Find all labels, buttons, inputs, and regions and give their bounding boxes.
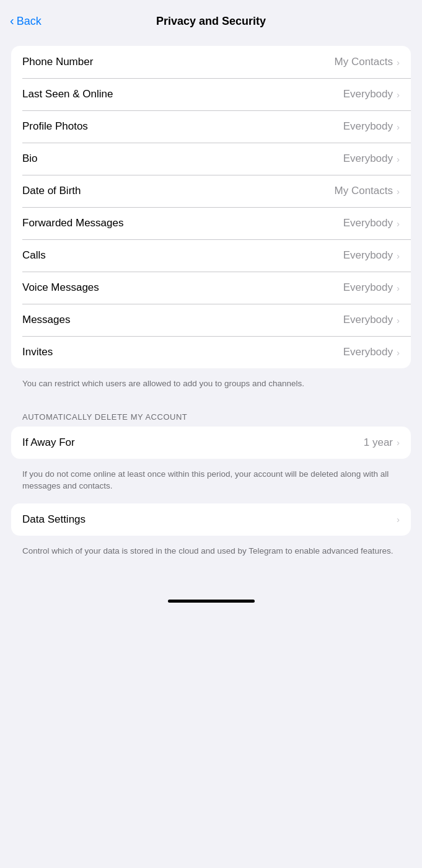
list-item-value-messages: Everybody (343, 314, 393, 326)
list-item-right-data-settings: › (397, 514, 400, 525)
list-item-right-calls: Everybody› (343, 249, 400, 262)
list-item-right-voice-messages: Everybody› (343, 281, 400, 294)
list-item-phone-number[interactable]: Phone NumberMy Contacts› (11, 46, 411, 78)
list-item-voice-messages[interactable]: Voice MessagesEverybody› (11, 272, 411, 304)
list-item-right-bio: Everybody› (343, 153, 400, 165)
list-item-label-date-of-birth: Date of Birth (22, 185, 81, 197)
list-item-label-profile-photos: Profile Photos (22, 120, 88, 133)
list-item-invites[interactable]: InvitesEverybody› (11, 336, 411, 368)
list-item-right-invites: Everybody› (343, 346, 400, 358)
list-item-label-messages: Messages (22, 314, 70, 326)
page-content: Phone NumberMy Contacts›Last Seen & Onli… (0, 40, 422, 593)
list-item-label-calls: Calls (22, 249, 46, 262)
auto-delete-section-card: If Away For1 year› (11, 427, 411, 459)
list-item-value-bio: Everybody (343, 153, 393, 165)
list-item-value-last-seen: Everybody (343, 88, 393, 100)
auto-delete-section-footer: If you do not come online at least once … (11, 464, 411, 503)
chevron-right-icon: › (397, 514, 400, 525)
chevron-right-icon: › (397, 250, 400, 261)
list-item-value-invites: Everybody (343, 346, 393, 358)
list-item-bio[interactable]: BioEverybody› (11, 143, 411, 175)
chevron-right-icon: › (397, 437, 400, 448)
back-button[interactable]: ‹ Back (10, 14, 42, 28)
list-item-label-bio: Bio (22, 153, 38, 165)
list-item-profile-photos[interactable]: Profile PhotosEverybody› (11, 110, 411, 143)
chevron-right-icon: › (397, 218, 400, 229)
list-item-value-phone-number: My Contacts (335, 56, 393, 68)
list-item-right-date-of-birth: My Contacts› (335, 185, 400, 197)
chevron-right-icon: › (397, 89, 400, 100)
list-item-right-messages: Everybody› (343, 314, 400, 326)
data-settings-section-footer: Control which of your data is stored in … (11, 541, 411, 569)
list-item-label-forwarded-messages: Forwarded Messages (22, 217, 123, 229)
list-item-value-date-of-birth: My Contacts (335, 185, 393, 197)
privacy-section-card: Phone NumberMy Contacts›Last Seen & Onli… (11, 46, 411, 368)
list-item-right-last-seen: Everybody› (343, 88, 400, 100)
home-indicator-bar (168, 600, 255, 603)
chevron-right-icon: › (397, 283, 400, 293)
list-item-right-forwarded-messages: Everybody› (343, 217, 400, 229)
list-item-last-seen[interactable]: Last Seen & OnlineEverybody› (11, 78, 411, 110)
data-settings-section-card: Data Settings› (11, 503, 411, 536)
chevron-right-icon: › (397, 347, 400, 358)
list-item-date-of-birth[interactable]: Date of BirthMy Contacts› (11, 175, 411, 207)
list-item-label-last-seen: Last Seen & Online (22, 88, 113, 100)
chevron-right-icon: › (397, 122, 400, 132)
chevron-right-icon: › (397, 57, 400, 68)
back-chevron-icon: ‹ (10, 14, 14, 28)
list-item-label-if-away-for: If Away For (22, 436, 75, 449)
list-item-label-phone-number: Phone Number (22, 56, 93, 68)
list-item-label-data-settings: Data Settings (22, 513, 86, 526)
list-item-label-invites: Invites (22, 346, 53, 358)
list-item-value-profile-photos: Everybody (343, 120, 393, 133)
list-item-right-phone-number: My Contacts› (335, 56, 400, 68)
list-item-value-voice-messages: Everybody (343, 281, 393, 294)
list-item-data-settings[interactable]: Data Settings› (11, 503, 411, 536)
page-title: Privacy and Security (156, 15, 266, 28)
chevron-right-icon: › (397, 186, 400, 197)
list-item-right-profile-photos: Everybody› (343, 120, 400, 133)
list-item-value-forwarded-messages: Everybody (343, 217, 393, 229)
chevron-right-icon: › (397, 154, 400, 164)
back-label: Back (17, 15, 42, 28)
auto-delete-section-header: AUTOMATICALLY DELETE MY ACCOUNT (11, 401, 411, 427)
chevron-right-icon: › (397, 315, 400, 326)
header: ‹ Back Privacy and Security (0, 0, 422, 40)
list-item-forwarded-messages[interactable]: Forwarded MessagesEverybody› (11, 207, 411, 239)
list-item-value-calls: Everybody (343, 249, 393, 262)
list-item-calls[interactable]: CallsEverybody› (11, 239, 411, 272)
home-indicator (0, 593, 422, 613)
list-item-right-if-away-for: 1 year› (364, 436, 400, 449)
list-item-value-if-away-for: 1 year (364, 436, 393, 449)
list-item-if-away-for[interactable]: If Away For1 year› (11, 427, 411, 459)
list-item-label-voice-messages: Voice Messages (22, 281, 99, 294)
privacy-section-footer: You can restrict which users are allowed… (11, 373, 411, 401)
list-item-messages[interactable]: MessagesEverybody› (11, 304, 411, 336)
